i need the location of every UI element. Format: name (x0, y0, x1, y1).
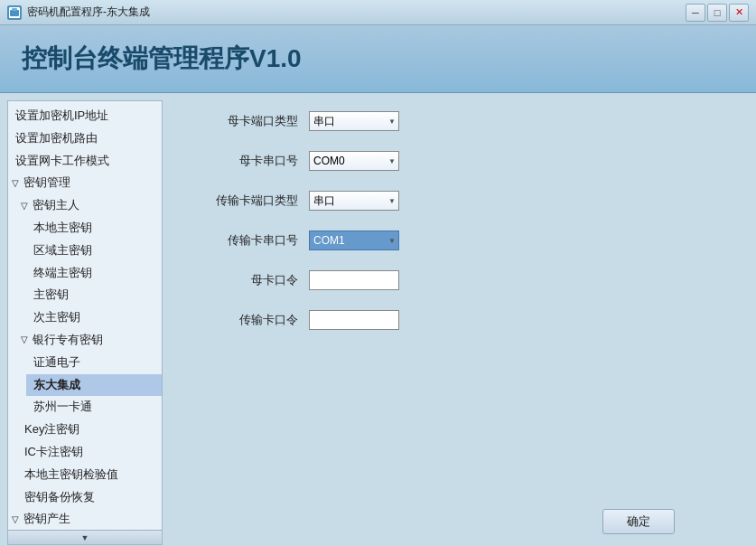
sidebar-szyk[interactable]: 苏州一卡通 (26, 396, 162, 419)
form-row-mother-password: 母卡口令 (190, 270, 729, 290)
sidebar-local-master[interactable]: 本地主密钥 (26, 217, 162, 240)
select-mother-port-type[interactable]: 串口 网口 (309, 111, 399, 131)
label-trans-com: 传输卡串口号 (190, 232, 298, 249)
group-key-owner-label[interactable]: ▽密钥主人 (17, 194, 162, 217)
sidebar-tree[interactable]: 设置加密机IP地址 设置加密机路由 设置网卡工作模式 ▽密钥管理 ▽密钥主人 本… (8, 101, 162, 530)
group-key-management-label[interactable]: ▽密钥管理 (8, 172, 162, 194)
group-key-gen-label[interactable]: ▽密钥产生 (8, 508, 162, 530)
sidebar-sub-master[interactable]: 次主密钥 (26, 306, 162, 329)
select-mother-com[interactable]: COM0 COM1 COM2 COM3 (309, 151, 399, 171)
group-bank-key: ▽银行专有密钥 证通电子 东大集成 苏州一卡通 (17, 329, 162, 419)
label-mother-com: 母卡串口号 (190, 153, 298, 169)
form-row-trans-port-type: 传输卡端口类型 串口 网口 (190, 191, 729, 211)
app-icon (7, 5, 22, 20)
window-controls: ─ □ ✕ (686, 4, 749, 22)
svg-rect-2 (12, 8, 17, 11)
key-owner-children: 本地主密钥 区域主密钥 终端主密钥 主密钥 次主密钥 (17, 217, 162, 329)
label-mother-password: 母卡口令 (190, 272, 298, 288)
select-wrapper-mother-port-type: 串口 网口 (309, 111, 399, 131)
close-button[interactable]: ✕ (729, 4, 749, 22)
title-bar: 密码机配置程序-东大集成 ─ □ ✕ (0, 0, 756, 25)
header: 控制台终端管理程序V1.0 (0, 25, 756, 93)
form-row-trans-com: 传输卡串口号 COM0 COM1 COM2 COM3 (190, 231, 729, 250)
select-trans-com[interactable]: COM0 COM1 COM2 COM3 (309, 231, 399, 250)
sidebar-item-0[interactable]: 设置加密机IP地址 (8, 105, 162, 127)
input-trans-password[interactable] (309, 310, 399, 330)
sidebar-ic-inject[interactable]: IC卡注密钥 (17, 441, 162, 464)
sidebar-local-verify[interactable]: 本地主密钥检验值 (17, 464, 162, 486)
sidebar-key-backup[interactable]: 密钥备份恢复 (17, 486, 162, 509)
input-mother-password[interactable] (309, 270, 399, 290)
group-key-owner: ▽密钥主人 本地主密钥 区域主密钥 终端主密钥 主密钥 次主密钥 (17, 194, 162, 329)
button-area: 确定 (190, 509, 729, 534)
main-content: 设置加密机IP地址 设置加密机路由 设置网卡工作模式 ▽密钥管理 ▽密钥主人 本… (0, 93, 756, 546)
expand-icon-gen: ▽ (12, 513, 21, 527)
expand-icon: ▽ (12, 176, 21, 191)
sidebar-terminal-master[interactable]: 终端主密钥 (26, 262, 162, 285)
sidebar-ztdz[interactable]: 证通电子 (26, 352, 162, 374)
form-row-mother-port-type: 母卡端口类型 串口 网口 (190, 111, 729, 131)
bank-key-children: 证通电子 东大集成 苏州一卡通 (17, 352, 162, 419)
window-title: 密码机配置程序-东大集成 (27, 5, 686, 20)
right-panel: 母卡端口类型 串口 网口 母卡串口号 COM0 COM1 COM2 COM3 (163, 93, 756, 546)
label-trans-password: 传输卡口令 (190, 312, 298, 328)
sidebar-ddjs[interactable]: 东大集成 (26, 374, 162, 397)
select-wrapper-trans-com: COM0 COM1 COM2 COM3 (309, 231, 399, 250)
key-management-children: ▽密钥主人 本地主密钥 区域主密钥 终端主密钥 主密钥 次主密钥 (8, 194, 162, 508)
maximize-button[interactable]: □ (707, 4, 727, 22)
group-key-gen: ▽密钥产生 RSA密钥 随机密钥 变种密钥 非变种密钥 (8, 508, 162, 530)
select-wrapper-trans-port-type: 串口 网口 (309, 191, 399, 211)
sidebar-key-inject[interactable]: Key注密钥 (17, 419, 162, 441)
form-row-mother-com: 母卡串口号 COM0 COM1 COM2 COM3 (190, 151, 729, 171)
group-key-management: ▽密钥管理 ▽密钥主人 本地主密钥 区域主密钥 终端主密钥 主密钥 次主密 (8, 172, 162, 508)
sidebar-region-master[interactable]: 区域主密钥 (26, 240, 162, 262)
confirm-button[interactable]: 确定 (602, 509, 675, 534)
sidebar-item-1[interactable]: 设置加密机路由 (8, 127, 162, 150)
group-bank-key-label[interactable]: ▽银行专有密钥 (17, 329, 162, 352)
sidebar: 设置加密机IP地址 设置加密机路由 设置网卡工作模式 ▽密钥管理 ▽密钥主人 本… (7, 100, 163, 545)
sidebar-item-2[interactable]: 设置网卡工作模式 (8, 150, 162, 173)
expand-icon-bank: ▽ (21, 333, 30, 347)
expand-icon-owner: ▽ (21, 199, 30, 213)
form-row-trans-password: 传输卡口令 (190, 310, 729, 330)
label-mother-port-type: 母卡端口类型 (190, 113, 298, 129)
label-trans-port-type: 传输卡端口类型 (190, 193, 298, 209)
select-trans-port-type[interactable]: 串口 网口 (309, 191, 399, 211)
sidebar-master-key[interactable]: 主密钥 (26, 284, 162, 306)
form-area: 母卡端口类型 串口 网口 母卡串口号 COM0 COM1 COM2 COM3 (190, 111, 729, 491)
select-wrapper-mother-com: COM0 COM1 COM2 COM3 (309, 151, 399, 171)
scroll-down-arrow[interactable]: ▼ (8, 530, 162, 544)
svg-rect-1 (10, 10, 19, 16)
minimize-button[interactable]: ─ (686, 4, 705, 22)
app-title: 控制台终端管理程序V1.0 (22, 42, 734, 76)
